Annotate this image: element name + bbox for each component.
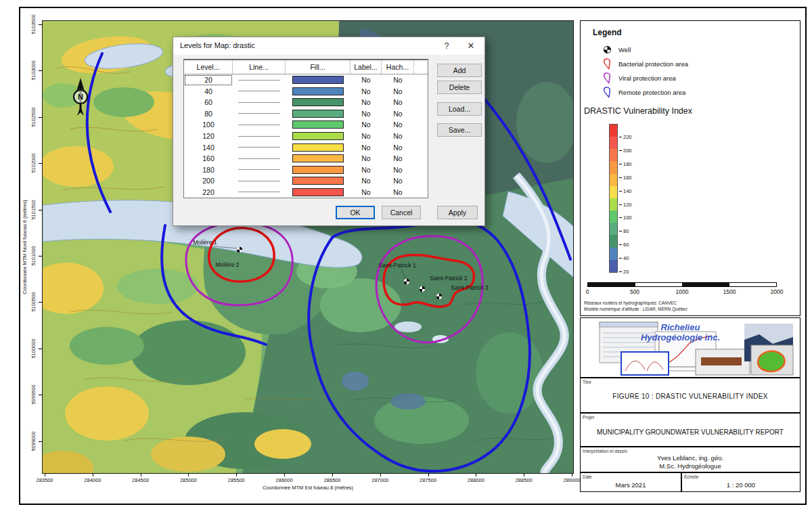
title-label: Titre [583,380,591,384]
column-header-fill[interactable]: Fill... [286,60,351,74]
fill-color-cell[interactable] [286,86,351,97]
close-icon[interactable]: ✕ [460,37,482,55]
level-value[interactable]: 140 [184,141,233,153]
hach-flag[interactable]: No [382,131,414,142]
label-flag[interactable]: No [351,131,382,142]
fill-color-cell[interactable] [286,141,351,153]
ok-button[interactable]: OK [336,206,375,219]
fill-color-cell[interactable] [286,131,351,142]
fill-color-swatch[interactable] [292,132,344,140]
column-header-label[interactable]: Label... [351,60,382,74]
logo-line-2: Hydrogéologie inc. [618,333,743,343]
line-style-cell[interactable] [233,74,286,86]
fill-color-swatch[interactable] [292,110,344,118]
apply-button[interactable]: Apply [437,206,478,219]
fill-color-swatch[interactable] [292,120,344,129]
add-button[interactable]: Add [437,64,482,77]
label-flag[interactable]: No [351,141,382,153]
line-style-cell[interactable] [233,186,286,198]
line-style-cell[interactable] [233,153,286,164]
well-marker-saint-patrick-2[interactable] [420,286,425,292]
fill-color-swatch[interactable] [292,154,344,162]
label-flag[interactable]: No [351,186,382,198]
fill-color-cell[interactable] [286,153,351,164]
line-style-cell[interactable] [233,86,286,97]
label-flag[interactable]: No [351,153,382,164]
line-style-cell[interactable] [233,108,286,120]
label-flag[interactable]: No [351,86,382,97]
level-value[interactable]: 120 [184,131,233,142]
level-row[interactable]: 100NoNo [184,119,428,131]
level-value[interactable]: 160 [184,153,233,164]
well-marker-saint-patrick-3[interactable] [436,294,442,299]
fill-color-cell[interactable] [286,186,351,198]
colorbar-segment [610,223,617,235]
cancel-button[interactable]: Cancel [382,206,421,219]
delete-button[interactable]: Delete [437,81,482,94]
fill-color-cell[interactable] [286,97,351,108]
level-value[interactable]: 60 [184,97,233,108]
level-row[interactable]: 60NoNo [184,97,428,108]
load-button[interactable]: Load... [437,102,482,116]
level-row[interactable]: 120NoNo [184,131,428,142]
level-value[interactable]: 80 [184,108,233,120]
fill-color-cell[interactable] [286,74,351,86]
label-flag[interactable]: No [351,108,382,120]
fill-color-cell[interactable] [286,119,351,131]
hach-flag[interactable]: No [382,86,414,97]
level-row[interactable]: 180NoNo [184,164,428,175]
fill-color-cell[interactable] [286,175,351,187]
level-row[interactable]: 160NoNo [184,153,428,164]
column-header-level[interactable]: Level... [184,60,233,74]
fill-color-cell[interactable] [286,108,351,120]
level-value[interactable]: 40 [184,86,233,97]
fill-color-swatch[interactable] [292,87,344,95]
y-tick-label: 5099500 [30,376,37,414]
hach-flag[interactable]: No [382,108,414,120]
level-value[interactable]: 180 [184,164,233,175]
hach-flag[interactable]: No [382,74,414,86]
help-icon[interactable]: ? [436,37,457,55]
level-value[interactable]: 220 [184,186,233,198]
fill-color-swatch[interactable] [292,177,344,185]
fill-color-swatch[interactable] [292,143,344,152]
hach-flag[interactable]: No [382,119,414,131]
dialog-titlebar[interactable]: Levels for Map: drastic ? ✕ [173,37,484,55]
label-flag[interactable]: No [351,175,382,187]
fill-color-swatch[interactable] [292,76,344,84]
level-value[interactable]: 200 [184,175,233,187]
column-header-hach[interactable]: Hach... [382,60,414,74]
fill-color-cell[interactable] [286,164,351,175]
line-style-cell[interactable] [233,131,286,142]
well-marker-moliere[interactable] [237,247,242,252]
level-value[interactable]: 20 [184,74,233,86]
line-style-cell[interactable] [233,97,286,108]
label-flag[interactable]: No [351,97,382,108]
hach-flag[interactable]: No [382,186,414,198]
hach-flag[interactable]: No [382,97,414,108]
level-row[interactable]: 200NoNo [184,175,428,187]
label-flag[interactable]: No [351,119,382,131]
level-row[interactable]: 220NoNo [184,186,428,198]
label-flag[interactable]: No [351,164,382,175]
line-style-cell[interactable] [233,141,286,153]
level-row[interactable]: 80NoNo [184,108,428,120]
hach-flag[interactable]: No [382,164,414,175]
line-style-cell[interactable] [233,119,286,131]
fill-color-swatch[interactable] [292,166,344,174]
line-style-cell[interactable] [233,175,286,187]
fill-color-swatch[interactable] [292,188,344,196]
hach-flag[interactable]: No [382,153,414,164]
fill-color-swatch[interactable] [292,98,344,106]
hach-flag[interactable]: No [382,175,414,187]
save-button[interactable]: Save... [437,123,482,137]
level-value[interactable]: 100 [184,119,233,131]
line-style-cell[interactable] [233,164,286,175]
level-row[interactable]: 20NoNo [184,74,428,86]
level-row[interactable]: 140NoNo [184,141,428,153]
level-row[interactable]: 40NoNo [184,86,428,97]
well-marker-saint-patrick-1[interactable] [404,279,409,284]
column-header-line[interactable]: Line... [233,60,286,74]
label-flag[interactable]: No [351,74,382,86]
hach-flag[interactable]: No [382,141,414,153]
